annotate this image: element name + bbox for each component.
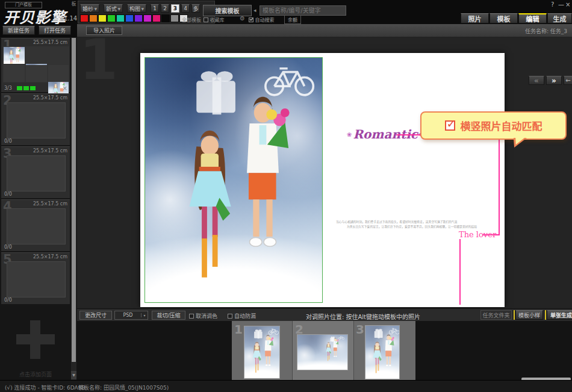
page-card-5[interactable]: 5 25.5×17.5 cm 0/0 (1, 252, 70, 304)
page-card-1[interactable]: 1 25.5×17.5 cm 3/3 × (1, 38, 70, 92)
count-button-2[interactable]: 2 (161, 4, 169, 13)
template-search-input[interactable] (260, 5, 346, 16)
add-page-label: 点击添加页面 (1, 370, 70, 378)
count-button-multi[interactable]: 多 (191, 4, 200, 13)
filmstrip-thumb-2[interactable] (297, 334, 348, 370)
minimize-button[interactable]: — (558, 1, 564, 8)
progress-block (17, 86, 22, 90)
category-dropdown-composition[interactable]: 构图▼ (127, 4, 146, 13)
divider (353, 321, 354, 380)
rule-line-right (499, 134, 500, 235)
empty-page-slot[interactable] (7, 208, 66, 244)
photo-thumb[interactable] (4, 47, 25, 64)
color-swatch-gray[interactable] (170, 14, 179, 22)
main-photo[interactable] (145, 57, 323, 303)
crop-compress-button[interactable]: 裁切/压缩 (152, 311, 185, 320)
auto-leak-checkbox[interactable]: 自动防漏 (228, 312, 256, 320)
color-swatch-rose[interactable] (152, 14, 161, 22)
empty-photo-slot[interactable] (48, 65, 69, 82)
color-swatch-yellow[interactable] (98, 14, 107, 22)
filmstrip-thumb-3[interactable] (365, 325, 400, 379)
photo-count: 0/0 (4, 191, 12, 197)
cancel-color-checkbox-box[interactable] (189, 314, 194, 319)
color-swatch-teal[interactable] (116, 14, 125, 22)
auto-search-checkbox-box[interactable] (249, 17, 253, 22)
format-value: PSD (115, 313, 141, 318)
count-button-1[interactable]: 1 (151, 4, 159, 13)
favorites-checkbox-box[interactable] (204, 17, 208, 22)
auto-search-checkbox[interactable]: 自动搜索 (249, 16, 275, 23)
count-button-4[interactable]: 4 (181, 4, 190, 13)
tab-photos[interactable]: 照片 (461, 13, 489, 23)
scrollbar-thumb[interactable] (72, 38, 76, 362)
empty-photo-slot[interactable] (26, 65, 47, 82)
color-swatch-purple[interactable] (134, 14, 143, 22)
empty-page-slot[interactable] (7, 155, 66, 191)
resize-button[interactable]: 更改尺寸 (79, 311, 112, 320)
couple-illustration (244, 326, 279, 378)
tab-generate[interactable]: 生成 (547, 13, 572, 23)
filmstrip-thumb-1[interactable] (244, 326, 280, 379)
filmstrip-number: 3 (356, 322, 364, 337)
filmstrip-number: 1 (234, 322, 243, 337)
color-swatch-blue[interactable] (125, 14, 134, 22)
close-page-icon[interactable]: × (63, 85, 67, 92)
color-swatch-red[interactable] (80, 14, 89, 22)
add-page-area[interactable]: 点击添加页面 (1, 305, 70, 380)
category-dropdown-wedding[interactable]: 婚纱▼ (80, 4, 99, 13)
connection-status: (√) 连接成功 - 智能卡ID: 6DA9B (5, 384, 85, 391)
color-swatch-magenta[interactable] (143, 14, 152, 22)
color-swatch-green[interactable] (107, 14, 116, 22)
filmstrip: 1 2 3 (232, 321, 415, 380)
empty-photo-slot[interactable] (4, 65, 25, 82)
tab-templates[interactable]: 模板 (490, 13, 518, 23)
empty-page-slot[interactable] (7, 102, 66, 138)
canvas-page-number: 1 (79, 33, 118, 88)
auto-match-callout: ✓ 横竖照片自动匹配 (420, 111, 567, 140)
scroll-down-icon[interactable]: ▼ (71, 371, 76, 379)
all-templates-label[interactable]: 全部模板 (182, 16, 201, 23)
format-select[interactable]: PSD ▾ (114, 311, 148, 320)
category-dropdown-style[interactable]: 新式▼ (104, 4, 123, 13)
color-swatch-orange[interactable] (89, 14, 98, 22)
flower-icon: ❀ (347, 131, 352, 138)
empty-page-slot[interactable] (7, 261, 66, 297)
page-size-label: 25.5×17.5 cm (33, 40, 67, 45)
back-button[interactable]: ← (564, 76, 572, 85)
spinner-icon[interactable]: ▾ (141, 313, 148, 317)
auto-leak-checkbox-box[interactable] (228, 314, 232, 319)
task-info-bar: 导入照片 任务名称: 任务_3 (77, 24, 572, 37)
tab-edit[interactable]: 编辑 (518, 13, 547, 23)
single-generate-button[interactable]: 单张生成 (547, 310, 572, 320)
open-task-button[interactable]: 打开任务 (39, 26, 71, 35)
task-folder-button[interactable]: 任务文件夹 (480, 310, 512, 320)
auto-match-callout-text: 横竖照片自动匹配 (461, 118, 542, 133)
checkbox-checked-icon: ✓ (445, 120, 455, 131)
lover-label: The lover (459, 230, 496, 239)
favorites-checkbox[interactable]: 收藏库 (204, 16, 225, 23)
prev-page-button[interactable]: « (529, 76, 544, 85)
page-card-2[interactable]: 2 25.5×17.5 cm 0/0 (1, 93, 70, 145)
album-spread[interactable]: ❀ Romantic ✿ 当心与心相通的时刻，我们牵手走过下雨的街头，希望好时光… (140, 53, 505, 307)
top-bar: 门户模板 开贝影擎 v1.14 安装模板 婚纱▼ 新式▼ 构图▼ 1 2 3 4… (0, 0, 572, 24)
photo-count: 0/0 (4, 244, 12, 250)
bottom-toolbar: 更改尺寸 PSD ▾ 裁切/压缩 取消调色 自动防漏 对调照片位置: 按住Alt… (77, 308, 572, 321)
color-swatch-black[interactable] (161, 14, 170, 22)
page-card-4[interactable]: 4 25.5×17.5 cm 0/0 (1, 199, 70, 251)
sidebar-scrollbar[interactable]: ▼ (71, 37, 76, 380)
count-button-3[interactable]: 3 (171, 4, 179, 13)
pages-sidebar: 1 25.5×17.5 cm 3/3 × 2 25.5×17.5 cm 0/0 (0, 37, 77, 380)
close-button[interactable]: × (565, 1, 570, 8)
next-page-button[interactable]: » (546, 76, 562, 85)
template-sample-button[interactable]: 模板小样 (515, 310, 543, 320)
page-card-3[interactable]: 3 25.5×17.5 cm 0/0 (1, 146, 70, 198)
gear-icon[interactable]: ⚙ (240, 15, 245, 22)
task-buttons-strip: 新建任务 打开任务 (0, 24, 77, 37)
cancel-color-checkbox[interactable]: 取消调色 (189, 312, 217, 320)
back-chevron-icon[interactable]: ◂ (253, 7, 256, 13)
help-button[interactable]: ? (551, 1, 554, 8)
balance-button[interactable]: 余额 (284, 15, 301, 24)
new-task-button[interactable]: 新建任务 (2, 26, 35, 35)
template-name-status: 模板名称: 田园风情_05(JN1007S05) (78, 384, 169, 391)
rule-line-bottom (459, 239, 461, 305)
